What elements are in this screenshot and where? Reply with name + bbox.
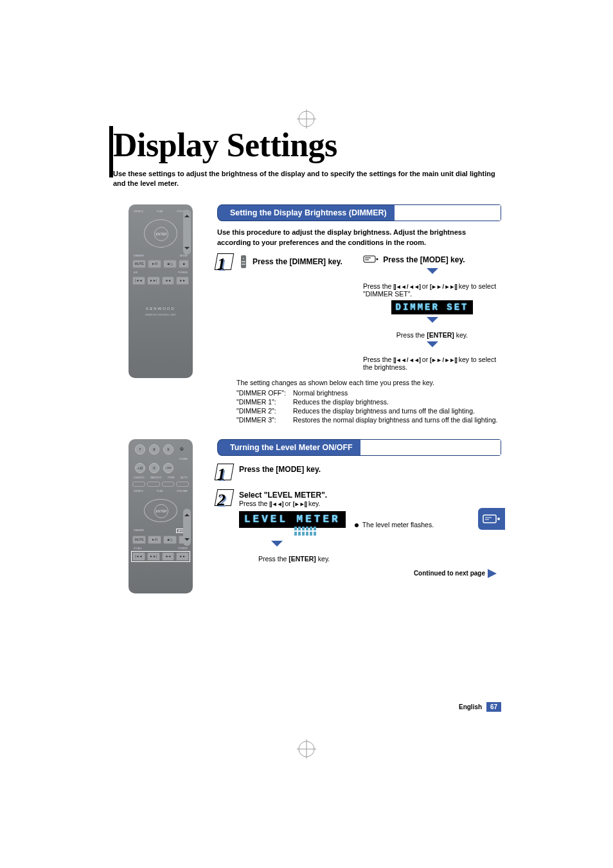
step-2-select-text: Select "LEVEL METER". [239, 491, 501, 500]
remote-play-icon: ►/II [148, 536, 161, 544]
remote-8-icon: 8 [149, 444, 159, 455]
next-key-glyph: [►►|] [293, 501, 306, 507]
page-footer: English 67 [113, 702, 501, 712]
svg-rect-21 [306, 527, 308, 530]
arrow-down-icon [427, 341, 438, 353]
svg-rect-24 [294, 532, 297, 536]
remote-stop-icon: ■ [179, 260, 189, 268]
arrow-down-icon [427, 268, 438, 280]
prev-key-glyph: [|◄◄] [269, 501, 283, 507]
remote-small-icon [239, 255, 248, 270]
remote-mute-icon: MUTE [132, 260, 146, 268]
step-1-left-text: Press the [DIMMER] key. [253, 257, 342, 266]
dpad-icon: ENTER [140, 215, 181, 251]
step-2-icon: 22 [217, 491, 235, 507]
next-key-glyph: [►► / ►►|] [430, 284, 457, 290]
section-heading-dimmer: Setting the Display Brightness (DIMMER) [217, 204, 501, 221]
continue-arrow-icon [488, 569, 501, 578]
lcd-dimmer-set: DIMMER SET [391, 300, 472, 314]
meter-flash-note: The level meter flashes. [355, 521, 434, 529]
remote-prev-icon: |◄◄ [132, 552, 145, 561]
next-key-glyph: [►► / ►►|] [430, 357, 457, 363]
prev-key-glyph: [|◄◄ / ◄◄] [393, 284, 420, 290]
svg-rect-25 [298, 532, 301, 536]
svg-rect-29 [314, 532, 316, 536]
page-number: 67 [486, 702, 501, 712]
svg-rect-14 [364, 256, 375, 262]
remote-ffwd-icon: ►► [176, 276, 189, 285]
dimmer-cycle-note: The setting changes as shown below each … [236, 379, 501, 386]
bullet-icon [355, 523, 359, 527]
svg-rect-18 [294, 527, 297, 530]
svg-rect-27 [306, 532, 308, 536]
remote-next-icon: ►►| [147, 552, 160, 561]
step-1-mode-text: Press the [MODE] key. [239, 465, 321, 474]
remote-pause-icon: ■/△ [163, 260, 177, 268]
page-title: Display Settings [113, 126, 501, 164]
crop-mark-bottom [297, 739, 316, 759]
volume-rocker-icon [183, 210, 191, 255]
remote-power-icon: ⏻ [177, 444, 186, 453]
press-enter-text: Press the [ENTER] key. [363, 331, 501, 339]
level-meter-bars-icon [294, 525, 346, 537]
arrow-down-icon [427, 317, 438, 329]
remote-brand-sub: REMOTE CONTROL UNIT [132, 313, 189, 316]
step-1-right-select-brightness: Press the [|◄◄ / ◄◄] or [►► / ►►|] key t… [363, 356, 501, 371]
svg-rect-20 [302, 527, 305, 530]
volume-rocker-icon [183, 509, 191, 546]
svg-rect-19 [298, 527, 301, 530]
remote-brand: KENWOOD [132, 307, 189, 311]
remote-7-icon: 7 [135, 444, 145, 455]
arrow-down-icon [271, 541, 283, 552]
continued-next-page: Continued to next page [217, 569, 501, 578]
prev-key-glyph: [|◄◄ / ◄◄] [393, 357, 420, 363]
remote-rew-icon: ◄◄ [162, 276, 175, 285]
main-unit-icon [363, 255, 378, 266]
remote-illustration-lower: 7 8 9 ⏻ CLEAR +10 0 +100 D.AUDIOBASS/CDT… [129, 439, 193, 593]
press-enter-text-2: Press the [ENTER] key. [258, 555, 501, 563]
step-1-right-head: Press the [MODE] key. [363, 255, 501, 266]
remote-play-icon: ►/II [148, 260, 161, 268]
dimmer-table: "DIMMER OFF":Normal brightness "DIMMER 1… [236, 389, 501, 424]
svg-rect-22 [310, 527, 312, 530]
section-heading-level-meter: Turning the Level Meter ON/OFF [217, 439, 501, 456]
svg-rect-13 [242, 264, 245, 265]
svg-rect-12 [242, 261, 245, 262]
remote-next-icon: ►►| [147, 276, 160, 285]
svg-rect-26 [302, 532, 305, 536]
remote-9-icon: 9 [163, 444, 173, 455]
remote-prev-icon: |◄◄ [132, 276, 145, 285]
svg-point-11 [243, 258, 244, 259]
svg-rect-28 [310, 532, 312, 536]
remote-illustration-upper: SR/BCSPLAYVOLUME ENTER DIMMERMODE MUTE ►… [129, 204, 193, 378]
svg-point-17 [377, 258, 378, 260]
remote-mute-icon: MUTE [132, 536, 146, 544]
section-intro-dimmer: Use this procedure to adjust the display… [217, 228, 501, 248]
step-2-keys-text: Press the [|◄◄] or [►►|] key. [239, 500, 501, 507]
remote-rew-icon: ◄◄ [162, 552, 175, 561]
remote-plus10-icon: +10 [135, 463, 145, 473]
remote-0-icon: 0 [149, 463, 159, 473]
step-1-icon: 11 [217, 255, 235, 271]
svg-rect-23 [314, 527, 316, 530]
page-subtitle: Use these settings to adjust the brightn… [113, 169, 501, 189]
remote-plus100-icon: +100 [163, 463, 173, 473]
step-1-icon: 11 [217, 465, 235, 482]
step-1-right-select-dimmerset: Press the [|◄◄ / ◄◄] or [►► / ►►|] key t… [363, 282, 501, 298]
dpad-icon: ENTER [140, 495, 181, 526]
remote-pause-icon: ■/△ [163, 536, 177, 544]
remote-ffwd-icon: ►► [176, 552, 189, 561]
